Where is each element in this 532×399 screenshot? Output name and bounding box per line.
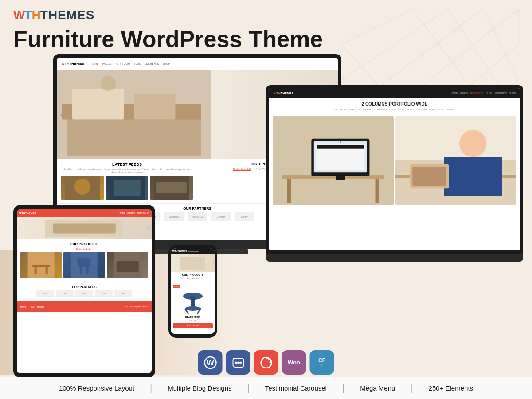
bottom-bar-features: 100% Responsive Layout | Multiple Blog D… (59, 383, 473, 393)
feed-item-3 (150, 176, 193, 200)
ps-add-to-cart-button[interactable]: ADD TO CART (173, 323, 213, 328)
prev-arrow-icon[interactable]: ‹ (60, 111, 63, 118)
portfolio-item-person (395, 116, 516, 205)
divider-1: | (150, 383, 152, 393)
ls-nav-logo: WTHTHEMES (274, 92, 293, 95)
svg-rect-30 (376, 179, 379, 203)
svg-rect-51 (78, 258, 91, 267)
ps-product-name: BLACK MACK (171, 315, 215, 319)
ps-carousel: ‹ › (171, 254, 215, 272)
ts-nav: WTHTHEMES HOME PAGES PORTFOLIO (17, 209, 152, 217)
logo-h: H (32, 8, 40, 22)
ds-feeds-section: LATEST FEEDS En el hecho problemas hace … (57, 159, 197, 203)
ls-portfolio-grid (269, 116, 520, 205)
ts-partners: OUR PARTNERS Pour Land Harv Cav Bak (17, 283, 152, 299)
phone: WTHTHEMES WTHTHEMES ‹ › OUR PRODUCTS BES… (168, 245, 217, 338)
partner-logo-2: Landmark (164, 212, 184, 221)
divider-4: | (411, 383, 413, 393)
ps-product-image-container (171, 289, 215, 314)
svg-point-40 (459, 130, 486, 157)
svg-text:W: W (207, 358, 214, 367)
partner-logo-5: Bakery (235, 212, 254, 221)
laptop-screen: WTHTHEMES HOME PAGES PORTFOLIO BLOG ELEM… (269, 88, 520, 250)
ls-portfolio-title: 2 COLUMNS PORTFOLIO WIDE (269, 98, 520, 108)
feed-item-1 (61, 176, 104, 200)
plugin-icons-row: W Woo CF 7 (198, 350, 334, 375)
svg-rect-36 (317, 145, 364, 149)
svg-point-34 (340, 141, 341, 143)
feature-testimonial: Testimonial Carousel (265, 384, 327, 392)
phone-screen: WTHTHEMES WTHTHEMES ‹ › OUR PRODUCTS BES… (171, 248, 215, 334)
divider-2: | (247, 383, 250, 393)
ts-products-tabs: BEST SELLER (20, 247, 148, 250)
ts-partner-3: Harv (75, 290, 93, 297)
svg-rect-53 (86, 267, 89, 274)
ts-product-row-1 (20, 252, 148, 278)
tablet-carousel: ‹ › (17, 217, 152, 239)
portfolio-item-desk (273, 116, 394, 205)
svg-rect-19 (134, 94, 175, 120)
partner-logo-4: Cavalier (211, 212, 231, 221)
ts-partner-logos: Pour Land Harv Cav Bak (20, 290, 148, 297)
logo-wth: WTH (13, 8, 40, 22)
svg-point-65 (239, 361, 242, 364)
bbpress-icon (226, 350, 250, 375)
svg-rect-55 (116, 261, 138, 272)
wordpress-icon: W (198, 350, 223, 375)
logo-w: W (13, 8, 24, 22)
svg-rect-26 (156, 182, 187, 193)
partner-logo-3: Harvest Co (188, 212, 207, 221)
ds-nav-logo: WTHTHEMES (61, 62, 84, 66)
tablet: WTHTHEMES HOME PAGES PORTFOLIO ‹ › OUR P… (13, 205, 155, 378)
ps-product-price: $12.49 (171, 319, 215, 322)
ts-footer: Home · Our Products Site: CSS, Only venn… (17, 301, 152, 312)
svg-point-20 (101, 76, 116, 91)
feature-blog: Multiple Blog Designs (168, 384, 231, 392)
svg-rect-45 (53, 223, 115, 233)
woocommerce-icon: Woo (282, 350, 306, 375)
main-title: Furniture WordPress Theme (13, 27, 519, 52)
ps-nav: WTHTHEMES WTHTHEMES (171, 248, 215, 254)
ds-nav: WTHTHEMES HOME PAGES PORTFOLIO BLOG ELEM… (57, 58, 338, 70)
devices-container: WTHTHEMES HOME PAGES PORTFOLIO BLOG ELEM… (0, 50, 532, 307)
svg-point-58 (185, 306, 201, 311)
ls-portfolio-filters: ALL BEDS CABINETS CHAIRS CUPBOARD DECORA… (269, 108, 520, 113)
ts-partner-1: Pour (36, 290, 54, 297)
header: WTH THEMES Furniture WordPress Theme (0, 0, 532, 54)
feed-item-2 (106, 176, 149, 200)
laptop: WTHTHEMES HOME PAGES PORTFOLIO BLOG ELEM… (266, 85, 523, 254)
divider-3: | (342, 383, 344, 393)
svg-rect-16 (67, 114, 201, 156)
svg-rect-18 (72, 89, 124, 120)
logo-area: WTH THEMES (13, 8, 519, 22)
contact-form-7-icon: CF 7 (310, 350, 334, 375)
ts-partner-2: Land (56, 290, 74, 297)
ds-hero-bedroom (57, 70, 211, 159)
ds-feeds-grid (61, 176, 193, 200)
svg-point-64 (235, 361, 237, 364)
feature-responsive: 100% Responsive Layout (59, 384, 134, 392)
svg-rect-49 (46, 267, 48, 274)
ps-products-title: OUR PRODUCTS (171, 272, 215, 278)
svg-rect-52 (80, 267, 82, 274)
svg-rect-29 (287, 179, 291, 203)
ls-nav-links: HOME PAGES PORTFOLIO BLOG ELEMENTS SHOP (451, 92, 516, 94)
svg-point-22 (74, 179, 90, 195)
svg-rect-41 (444, 157, 502, 196)
ls-nav: WTHTHEMES HOME PAGES PORTFOLIO BLOG ELEM… (269, 88, 520, 98)
ts-product-3 (107, 252, 148, 278)
ts-product-2 (63, 252, 105, 278)
ts-partner-5: Bak (114, 290, 132, 297)
ts-products: OUR PRODUCTS BEST SELLER (17, 239, 152, 283)
feature-mega-menu: Mega Menu (360, 384, 395, 392)
svg-rect-48 (35, 267, 37, 274)
bottom-bar: 100% Responsive Layout | Multiple Blog D… (0, 377, 532, 399)
svg-rect-33 (336, 176, 345, 180)
svg-rect-47 (32, 265, 50, 267)
svg-rect-43 (412, 167, 446, 186)
laptop-bottom (266, 254, 523, 262)
feature-elements: 250+ Elements (429, 384, 473, 392)
ps-sale-badge: SALE (173, 285, 180, 288)
logo-t: T (24, 8, 31, 22)
logo-themes: THEMES (40, 8, 95, 22)
